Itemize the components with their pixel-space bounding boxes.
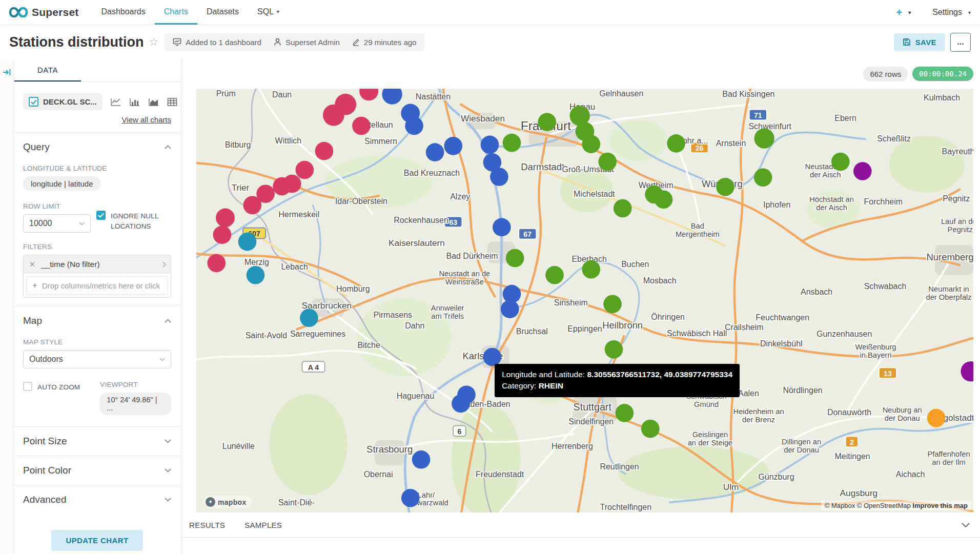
- tab-results[interactable]: RESULTS: [189, 521, 225, 529]
- map-point-blue[interactable]: [405, 117, 423, 135]
- section-advanced[interactable]: Advanced: [23, 485, 171, 514]
- tab-samples[interactable]: SAMPLES: [244, 521, 282, 529]
- bar-chart-icon[interactable]: [129, 97, 140, 107]
- map-point-green[interactable]: [614, 199, 632, 218]
- section-point-size[interactable]: Point Size: [23, 427, 171, 456]
- superset-logo[interactable]: Superset: [9, 0, 78, 25]
- map-point-green[interactable]: [603, 295, 622, 313]
- map-point-green[interactable]: [598, 153, 617, 171]
- map-point-blue[interactable]: [481, 136, 499, 154]
- ignore-null-checkbox[interactable]: [96, 211, 106, 220]
- deckgl-map[interactable]: 71266076367A 46213PrümDaunNastättenGelnh…: [196, 89, 973, 512]
- map-point-green[interactable]: [655, 190, 673, 209]
- osm-attribution-link[interactable]: © OpenStreetMap: [857, 502, 911, 509]
- nav-item-charts[interactable]: Charts: [155, 0, 197, 25]
- map-point-blue[interactable]: [452, 395, 470, 413]
- map-place-label: Reutlingen: [600, 462, 639, 471]
- map-point-blue[interactable]: [490, 168, 508, 186]
- map-point-pink[interactable]: [216, 208, 235, 227]
- map-place-label: Bitburg: [225, 141, 251, 150]
- owner-meta[interactable]: Superset Admin: [274, 38, 340, 47]
- area-chart-icon[interactable]: [148, 97, 159, 107]
- map-point-blue[interactable]: [501, 300, 519, 318]
- map-point-pink[interactable]: [213, 225, 232, 244]
- section-map[interactable]: Map: [23, 306, 171, 335]
- map-place-label: Stuttgart: [574, 401, 612, 413]
- row-limit-select[interactable]: 10000: [23, 214, 91, 233]
- map-point-green[interactable]: [754, 128, 774, 148]
- map-point-green[interactable]: [754, 168, 772, 187]
- map-point-blue[interactable]: [493, 218, 511, 237]
- map-point-pink[interactable]: [273, 177, 291, 196]
- map-point-blue[interactable]: [412, 450, 431, 469]
- map-point-blue[interactable]: [483, 348, 502, 366]
- settings-menu[interactable]: Settings▾: [932, 8, 971, 17]
- map-point-pink[interactable]: [295, 161, 314, 179]
- map-point-cyan[interactable]: [238, 233, 257, 251]
- map-point-blue[interactable]: [426, 143, 444, 161]
- results-panel: RESULTS SAMPLES: [181, 512, 980, 554]
- auto-zoom-row[interactable]: AUTO ZOOM: [23, 382, 100, 415]
- map-point-green[interactable]: [667, 134, 685, 153]
- map-point-green[interactable]: [582, 135, 600, 153]
- drop-columns-zone[interactable]: + Drop columns/metrics here or click: [26, 276, 168, 295]
- map-canvas[interactable]: 71266076367A 46213PrümDaunNastättenGelnh…: [196, 89, 973, 512]
- section-query[interactable]: Query: [23, 133, 171, 161]
- favorite-star-icon[interactable]: ☆: [149, 36, 159, 48]
- line-chart-icon[interactable]: [110, 97, 121, 107]
- map-point-cyan[interactable]: [247, 266, 265, 284]
- view-all-charts-link[interactable]: View all charts: [122, 115, 171, 124]
- viewport-value[interactable]: 10° 24' 49.86" | ...: [100, 393, 171, 415]
- map-point-green[interactable]: [831, 153, 850, 171]
- lonlat-chip[interactable]: longitude | latitude: [23, 176, 101, 191]
- map-point-pink[interactable]: [315, 142, 334, 160]
- nav-item-datasets[interactable]: Datasets: [197, 0, 248, 25]
- map-point-green[interactable]: [506, 249, 524, 268]
- mapbox-logo[interactable]: ✦ mapbox: [203, 496, 252, 508]
- map-point-pink[interactable]: [352, 117, 371, 135]
- map-point-purple[interactable]: [853, 162, 872, 180]
- map-point-green[interactable]: [545, 266, 564, 284]
- mapbox-attribution-link[interactable]: © Mapbox: [825, 502, 855, 509]
- viz-selected-checkbox: [29, 97, 38, 107]
- tab-data[interactable]: DATA: [14, 59, 81, 81]
- nav-item-dashboards[interactable]: Dashboards: [92, 0, 154, 25]
- viewport-block: VIEWPORT 10° 24' 49.86" | ...: [100, 379, 171, 415]
- last-modified-meta[interactable]: 29 minutes ago: [352, 38, 417, 47]
- map-point-blue[interactable]: [444, 137, 462, 155]
- road-shield-number: 6: [458, 427, 462, 436]
- map-point-green[interactable]: [605, 340, 623, 359]
- collapse-panel-icon[interactable]: [2, 68, 11, 76]
- map-point-orange[interactable]: [927, 409, 946, 427]
- more-options-button[interactable]: ...: [950, 33, 971, 52]
- auto-zoom-checkbox[interactable]: [23, 382, 32, 391]
- save-button[interactable]: SAVE: [894, 33, 945, 51]
- table-icon[interactable]: [167, 97, 177, 107]
- viz-type-selected[interactable]: DECK.GL SC...: [23, 93, 103, 110]
- row-limit-label: ROW LIMIT: [23, 202, 96, 210]
- map-point-pink[interactable]: [207, 254, 226, 273]
- chevron-down-icon: [79, 222, 85, 225]
- map-point-pink[interactable]: [243, 196, 262, 215]
- map-point-blue[interactable]: [401, 489, 420, 507]
- filter-item-time[interactable]: ✕ __time (No filter): [24, 255, 171, 274]
- new-item-button[interactable]: +▾: [896, 7, 911, 18]
- map-point-green[interactable]: [582, 260, 600, 279]
- dashboards-meta[interactable]: Added to 1 dashboard: [173, 38, 261, 47]
- nav-item-sql[interactable]: SQL▾: [248, 0, 289, 25]
- update-chart-button[interactable]: UPDATE CHART: [51, 530, 142, 551]
- map-point-green[interactable]: [538, 113, 556, 131]
- map-place-label: Eppingen: [567, 324, 602, 333]
- collapse-results-icon[interactable]: [962, 523, 970, 527]
- ignore-null-row[interactable]: IGNORE NULL LOCATIONS: [96, 211, 171, 233]
- map-point-green[interactable]: [503, 134, 521, 152]
- map-point-green[interactable]: [641, 420, 660, 438]
- map-point-cyan[interactable]: [300, 309, 318, 327]
- map-point-pink[interactable]: [323, 105, 344, 126]
- map-style-select[interactable]: Outdoors: [23, 350, 171, 368]
- improve-map-link[interactable]: Improve this map: [912, 502, 968, 509]
- remove-filter-icon[interactable]: ✕: [24, 260, 41, 269]
- section-point-color[interactable]: Point Color: [23, 456, 171, 485]
- map-point-green[interactable]: [716, 178, 734, 196]
- map-point-green[interactable]: [616, 404, 634, 422]
